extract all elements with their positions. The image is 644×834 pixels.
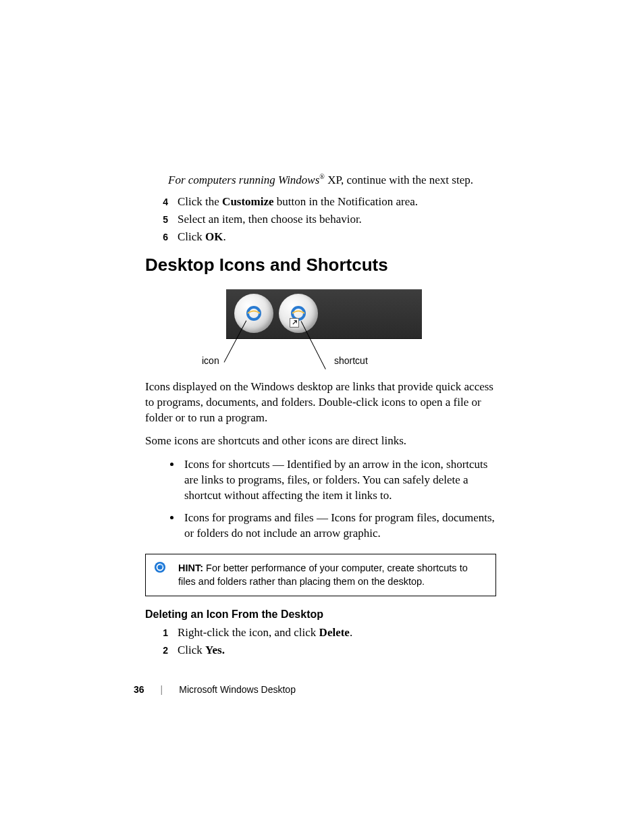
hint-text: For better performance of your computer,… <box>178 563 468 587</box>
step-text: Click the Customize button in the Notifi… <box>178 195 496 209</box>
step-number: 5 <box>145 214 178 225</box>
list-item: 5 Select an item, then choose its behavi… <box>145 213 496 226</box>
step-number: 6 <box>145 232 178 242</box>
list-item: Icons for programs and files — Icons for… <box>182 511 496 542</box>
subsection-heading: Deleting an Icon From the Desktop <box>145 608 496 621</box>
taskbar-panel <box>226 289 422 339</box>
shortcut-arrow-badge <box>290 318 299 328</box>
numbered-steps-a: 4 Click the Customize button in the Noti… <box>145 195 496 244</box>
list-item: Icons for shortcuts — Identified by an a… <box>182 457 496 504</box>
list-item: 4 Click the Customize button in the Noti… <box>145 195 496 209</box>
list-item: 2 Click Yes. <box>145 644 496 657</box>
numbered-steps-b: 1 Right-click the icon, and click Delete… <box>145 626 496 657</box>
footer-title: Microsoft Windows Desktop <box>179 684 296 695</box>
ie-icon <box>246 305 262 321</box>
desktop-shortcut-circle <box>279 294 318 333</box>
desktop-icon-circle <box>234 294 273 333</box>
footer-separator: | <box>161 684 163 695</box>
hint-label: HINT: <box>178 563 203 573</box>
page-content: For computers running Windows® XP, conti… <box>145 173 496 662</box>
step-text: Click Yes. <box>178 644 496 657</box>
paragraph: Some icons are shortcuts and other icons… <box>145 434 496 449</box>
svg-point-0 <box>248 307 260 319</box>
step-number: 4 <box>145 197 178 207</box>
step-text: Select an item, then choose its behavior… <box>178 213 496 226</box>
page-number: 36 <box>134 684 144 695</box>
figure: icon shortcut <box>145 281 496 375</box>
figure-label-icon: icon <box>202 355 219 366</box>
step-text: Click OK. <box>178 230 496 244</box>
intro-rest: XP, continue with the next step. <box>325 174 473 186</box>
page-footer: 36 | Microsoft Windows Desktop <box>134 684 296 695</box>
figure-label-shortcut: shortcut <box>334 355 368 366</box>
list-item: 6 Click OK. <box>145 230 496 244</box>
document-page: For computers running Windows® XP, conti… <box>0 0 644 834</box>
section-heading: Desktop Icons and Shortcuts <box>145 255 496 276</box>
intro-line: For computers running Windows® XP, conti… <box>168 173 496 187</box>
step-text: Right-click the icon, and click Delete. <box>178 626 496 640</box>
list-item: 1 Right-click the icon, and click Delete… <box>145 626 496 640</box>
registered-mark: ® <box>319 173 325 180</box>
step-number: 2 <box>145 645 178 656</box>
hint-icon <box>154 561 166 573</box>
hint-box: HINT: For better performance of your com… <box>145 554 496 596</box>
bullet-list: Icons for shortcuts — Identified by an a… <box>145 457 496 542</box>
paragraph: Icons displayed on the Windows desktop a… <box>145 380 496 426</box>
svg-point-2 <box>155 562 165 573</box>
step-number: 1 <box>145 627 178 638</box>
intro-italic: For computers running Windows <box>168 174 319 186</box>
